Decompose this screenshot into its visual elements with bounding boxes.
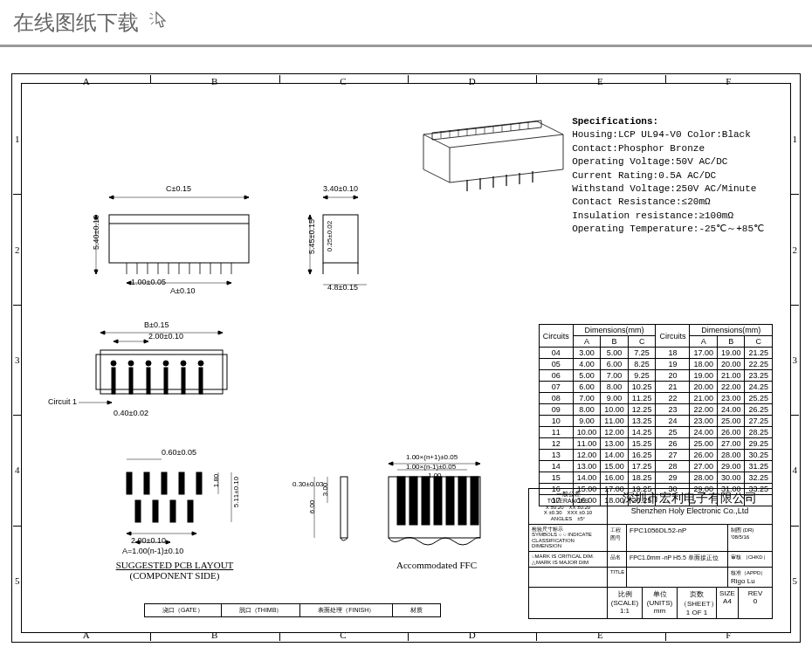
svg-rect-76 (458, 477, 466, 525)
table-row: 1110.0012.0014.252524.0026.0028.25 (539, 427, 772, 438)
dim-pcb-h: 1.80 (212, 474, 220, 488)
ffc-view: 1.00×(n+1)±0.05 1.00×(n-1)±0.05 1.00 0.3… (292, 451, 537, 582)
dim-pcb-a: A=1.00(n-1)±0.10 (122, 547, 183, 555)
front-view: C±0.15 5.40±0.10 1.00±0.05 A±0.10 (83, 180, 275, 293)
svg-rect-57 (144, 472, 149, 494)
svg-rect-47 (112, 368, 115, 394)
dim-ffc-h2: 6.00 (308, 500, 316, 514)
page-title: 在线图纸下载 (13, 9, 139, 37)
spec-line: Withstand Voltage:250V AC/Minute (572, 182, 764, 196)
dim-p2: 2.00±0.10 (148, 332, 183, 341)
svg-rect-71 (397, 477, 405, 525)
svg-rect-39 (100, 350, 223, 394)
svg-point-42 (128, 361, 134, 366)
grid-col-label: B (211, 630, 217, 640)
th-circuits: Circuits (539, 325, 573, 348)
spec-line: Housing:LCP UL94-V0 Color:Black (572, 128, 764, 141)
dim-t: 0.25±0.02 (326, 221, 334, 252)
table-row: 109.0011.0013.252423.0025.0027.25 (539, 416, 772, 427)
table-row: 1211.0013.0015.252625.0027.0029.25 (539, 438, 772, 450)
header: 在线图纸下载 (0, 0, 812, 47)
table-row: 1514.0016.0018.252928.0030.0032.25 (539, 472, 772, 484)
table-row: 1312.0014.0016.252726.0028.0030.25 (539, 450, 772, 461)
side-view: 3.40±0.10 5.45±0.15 0.25±0.02 4.8±0.15 (292, 180, 380, 293)
specifications-block: Specifications: Housing:LCP UL94-V0 Colo… (572, 115, 764, 237)
svg-point-43 (146, 361, 151, 366)
grid-col-label: E (597, 630, 603, 640)
svg-rect-56 (127, 472, 132, 494)
spec-line: Contact Resistance:≤20mΩ (572, 196, 764, 209)
plan-view: B±0.15 2.00±0.10 Circuit 1 0.40±0.02 (57, 320, 249, 433)
spec-line: Current Rating:0.5A AC/DC (572, 169, 764, 182)
svg-point-45 (181, 361, 186, 366)
grid-row-label: 4 (793, 465, 798, 475)
dimensions-table: Circuits Dimensions(mm) Circuits Dimensi… (539, 324, 773, 506)
part-desc: FPC1.0mm -nP H5.5 单面接正位 (627, 552, 728, 567)
drawing-frame-inner: AABBCCDDEEFF1122334455 Specifications: H… (21, 83, 791, 633)
svg-rect-78 (341, 477, 348, 538)
ffc-title: Accommodated FFC (380, 560, 493, 570)
grid-row-label: 2 (793, 244, 798, 255)
spec-line: Insulation resistance:≥100mΩ (572, 210, 764, 223)
table-row: 065.007.009.252019.0021.0023.25 (539, 370, 772, 382)
grid-col-label: F (726, 76, 731, 86)
dim-a: A±0.10 (170, 286, 195, 295)
grid-col-label: C (340, 630, 346, 640)
dim-pitch: 1.00±0.05 (131, 278, 166, 286)
company-name-cn: 深圳市宏利电子有限公司 (610, 491, 769, 506)
dim-ffc-t: 0.30±0.03 (292, 480, 324, 488)
grid-col-label: D (469, 630, 476, 640)
bottom-labels: 浇口（GATE） 脱口（THIMB） 表面处理（FINISH） 材质 (144, 603, 441, 617)
svg-rect-62 (153, 500, 158, 522)
spec-line: Contact:Phosphor Bronze (572, 142, 764, 155)
svg-rect-51 (182, 368, 185, 394)
dim-pcb-w: 0.60±0.05 (162, 448, 196, 457)
grid-row-label: 4 (15, 465, 20, 475)
company-name-en: Shenzhen Holy Electronic Co.,Ltd (610, 506, 769, 515)
grid-row-label: 2 (15, 244, 20, 255)
grid-col-label: F (726, 630, 731, 640)
iso-view (406, 108, 572, 196)
dim-h: 5.40±0.10 (92, 215, 100, 250)
spec-line: Operating Voltage:50V AC/DC (572, 155, 764, 169)
svg-rect-17 (109, 215, 249, 263)
th-circuits2: Circuits (656, 325, 690, 348)
svg-point-44 (163, 361, 169, 366)
grid-row-label: 3 (15, 355, 20, 365)
dim-c: C±0.15 (166, 184, 191, 193)
svg-rect-58 (162, 472, 167, 494)
svg-rect-50 (164, 368, 168, 394)
dim-pcb-h2: 5.11±0.10 (232, 477, 240, 508)
svg-rect-63 (170, 500, 175, 522)
dim-w: 3.40±0.10 (323, 184, 358, 193)
table-row: 043.005.007.251817.0019.0021.25 (539, 348, 772, 359)
dim-h2: 5.45±0.15 (307, 219, 316, 254)
svg-point-46 (198, 361, 203, 366)
svg-rect-59 (179, 472, 184, 494)
dim-w04: 0.40±0.02 (114, 409, 148, 417)
grid-col-label: C (340, 76, 346, 86)
svg-rect-74 (434, 477, 442, 525)
dim-ffc-h1: 3.00 (321, 483, 329, 497)
grid-row-label: 1 (793, 134, 798, 144)
spec-line: Operating Temperature:-25℃～+85℃ (572, 223, 764, 236)
svg-rect-77 (471, 477, 478, 525)
pcb-title1: SUGGESTED PCB LAYOUT (100, 560, 249, 570)
grid-row-label: 1 (15, 134, 20, 144)
pcb-title2: (COMPONENT SIDE) (100, 570, 249, 581)
svg-rect-60 (196, 472, 202, 494)
grid-row-label: 3 (793, 355, 798, 365)
table-row: 087.009.0011.252221.0023.0025.25 (539, 393, 772, 404)
svg-point-41 (111, 361, 116, 366)
table-row: 098.0010.0012.252322.0024.0026.25 (539, 404, 772, 416)
dim-ffc-w2: 1.00×(n-1)±0.05 (406, 463, 456, 471)
svg-rect-64 (188, 500, 193, 522)
svg-rect-75 (446, 477, 454, 525)
drawing-frame-outer: AABBCCDDEEFF1122334455 Specifications: H… (11, 73, 801, 643)
svg-rect-52 (199, 368, 203, 394)
grid-col-label: A (83, 76, 90, 86)
svg-rect-61 (135, 500, 141, 522)
grid-col-label: E (597, 76, 603, 86)
grid-row-label: 5 (15, 575, 20, 586)
svg-rect-72 (409, 477, 417, 525)
